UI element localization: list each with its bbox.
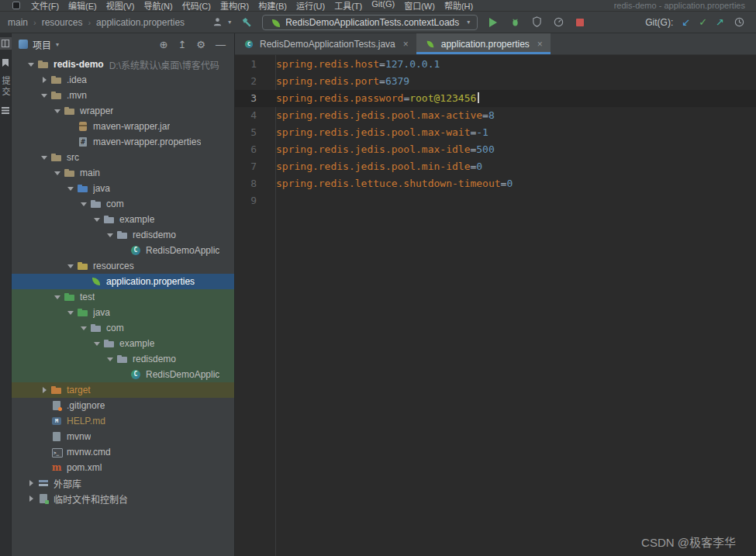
tree-chevron-icon[interactable]	[65, 305, 77, 320]
tree-chevron-icon[interactable]	[65, 134, 77, 150]
tree-row[interactable]: mvnw	[12, 429, 234, 444]
tree-row[interactable]: target	[12, 382, 234, 398]
tree-chevron-icon[interactable]	[91, 212, 103, 227]
menu-item[interactable]: 视图(V)	[102, 0, 140, 12]
tree-chevron-icon[interactable]	[39, 460, 50, 475]
gear-icon[interactable]: ⚙	[196, 40, 205, 50]
tree-chevron-icon[interactable]	[52, 165, 64, 181]
tree-row[interactable]: .gitignore	[12, 398, 234, 413]
tree-chevron-icon[interactable]	[105, 227, 116, 243]
tree-row[interactable]: redisdemo	[12, 227, 234, 243]
code-editor[interactable]: 1 spring.redis.host=127.0.0.1 2 spring.r…	[235, 55, 756, 556]
tree-chevron-icon[interactable]	[78, 196, 90, 212]
tree-row[interactable]: java	[12, 305, 234, 320]
breadcrumb-item[interactable]: › main	[8, 17, 28, 28]
tree-row[interactable]: main	[12, 165, 234, 181]
tree-row[interactable]: redisdemo	[12, 351, 234, 367]
code-line[interactable]: 2 spring.redis.port=6379	[235, 73, 756, 90]
tree-chevron-icon[interactable]	[65, 119, 77, 134]
tree-chevron-icon[interactable]	[39, 382, 50, 398]
tree-chevron-icon[interactable]	[39, 150, 50, 165]
menu-item[interactable]: Git(G)	[367, 0, 399, 12]
menu-item[interactable]: 工具(T)	[330, 0, 367, 12]
tree-chevron-icon[interactable]	[78, 320, 90, 336]
menu-item[interactable]: 文件(F)	[26, 0, 64, 12]
editor-tab[interactable]: application.properties ×	[416, 33, 551, 54]
tree-chevron-icon[interactable]	[39, 429, 50, 444]
menu-item[interactable]: 运行(U)	[292, 0, 330, 12]
bookmarks-toolwindow-button[interactable]	[0, 57, 12, 69]
tab-close-icon[interactable]: ×	[403, 39, 409, 50]
tree-row[interactable]: com	[12, 320, 234, 336]
breadcrumb-item[interactable]: › resources	[28, 17, 82, 28]
build-hammer-icon[interactable]	[240, 16, 253, 29]
tree-chevron-icon[interactable]	[118, 367, 129, 382]
tree-row[interactable]: .mvn	[12, 88, 234, 103]
code-line[interactable]: 6 spring.redis.jedis.pool.max-idle=500	[235, 141, 756, 158]
tree-row[interactable]: RedisDemoApplic	[12, 367, 234, 382]
tree-chevron-icon[interactable]	[118, 243, 129, 258]
debug-bug-icon[interactable]	[509, 16, 521, 29]
tree-row[interactable]: src	[12, 150, 234, 165]
tree-row[interactable]: maven-wrapper.jar	[12, 119, 234, 134]
tree-chevron-icon[interactable]	[39, 72, 50, 88]
tree-row[interactable]: mvnw.cmd	[12, 444, 234, 460]
tree-chevron-icon[interactable]	[91, 336, 103, 351]
git-update-icon[interactable]: ↙	[682, 16, 690, 28]
code-line[interactable]: 8 spring.redis.lettuce.shutdown-timeout=…	[235, 175, 756, 192]
tree-row[interactable]: 临时文件和控制台	[12, 491, 234, 506]
git-push-icon[interactable]: ↗	[716, 16, 724, 28]
menu-item[interactable]: 帮助(H)	[440, 0, 478, 12]
tree-row[interactable]: java	[12, 181, 234, 196]
tree-chevron-icon[interactable]	[39, 444, 50, 460]
code-line[interactable]: 4 spring.redis.jedis.pool.max-active=8	[235, 107, 756, 124]
tree-row[interactable]: 外部库	[12, 475, 234, 491]
structure-toolwindow-button[interactable]	[0, 105, 12, 116]
locate-icon[interactable]: ⊕	[160, 40, 168, 50]
menu-item[interactable]: 编辑(E)	[64, 0, 102, 12]
history-clock-icon[interactable]	[733, 16, 745, 29]
breadcrumb-item[interactable]: › application.properties	[82, 17, 185, 28]
menu-item[interactable]: 重构(R)	[216, 0, 254, 12]
users-icon[interactable]	[211, 16, 223, 29]
editor-tab[interactable]: RedisDemoApplicationTests.java ×	[235, 33, 416, 54]
tree-chevron-icon[interactable]	[39, 398, 50, 413]
tree-row[interactable]: wrapper	[12, 103, 234, 119]
app-icon[interactable]	[12, 2, 20, 9]
tree-row[interactable]: example	[12, 212, 234, 227]
tree-row[interactable]: pom.xml	[12, 460, 234, 475]
tree-chevron-icon[interactable]	[52, 289, 64, 305]
tree-row[interactable]: .idea	[12, 72, 234, 88]
tree-chevron-icon[interactable]	[65, 258, 77, 274]
project-panel-title[interactable]: 项目	[33, 38, 51, 51]
chevron-down-icon[interactable]: ▾	[56, 41, 59, 48]
tree-chevron-icon[interactable]	[26, 57, 37, 72]
code-line[interactable]: 1 spring.redis.host=127.0.0.1	[235, 56, 756, 73]
tree-chevron-icon[interactable]	[78, 274, 90, 289]
code-line[interactable]: 3 spring.redis.password=root@123456	[235, 90, 756, 107]
tree-chevron-icon[interactable]	[39, 413, 50, 429]
tree-row[interactable]: resources	[12, 258, 234, 274]
tree-row[interactable]: redis-demo D:\系统默认\桌面\博客代码	[12, 57, 234, 72]
menu-item[interactable]: 窗口(W)	[399, 0, 440, 12]
tree-chevron-icon[interactable]	[26, 491, 37, 506]
menu-item[interactable]: 代码(C)	[178, 0, 216, 12]
tree-chevron-icon[interactable]	[52, 103, 64, 119]
tree-row[interactable]: application.properties	[12, 274, 234, 289]
tree-chevron-icon[interactable]	[65, 181, 77, 196]
code-line[interactable]: 7 spring.redis.jedis.pool.min-idle=0	[235, 158, 756, 175]
hide-panel-icon[interactable]: —	[216, 40, 226, 50]
tree-row[interactable]: example	[12, 336, 234, 351]
git-commit-icon[interactable]: ✓	[699, 16, 707, 28]
tree-chevron-icon[interactable]	[26, 475, 37, 491]
tree-row[interactable]: RedisDemoApplic	[12, 243, 234, 258]
tree-row[interactable]: test	[12, 289, 234, 305]
commit-toolwindow-button[interactable]: 提交	[0, 76, 12, 98]
profiler-icon[interactable]	[552, 16, 564, 29]
tree-row[interactable]: maven-wrapper.properties	[12, 134, 234, 150]
tree-chevron-icon[interactable]	[39, 88, 50, 103]
coverage-shield-icon[interactable]	[530, 16, 543, 29]
run-button[interactable]	[487, 16, 499, 29]
tab-close-icon[interactable]: ×	[537, 39, 543, 50]
tree-chevron-icon[interactable]	[105, 351, 116, 367]
